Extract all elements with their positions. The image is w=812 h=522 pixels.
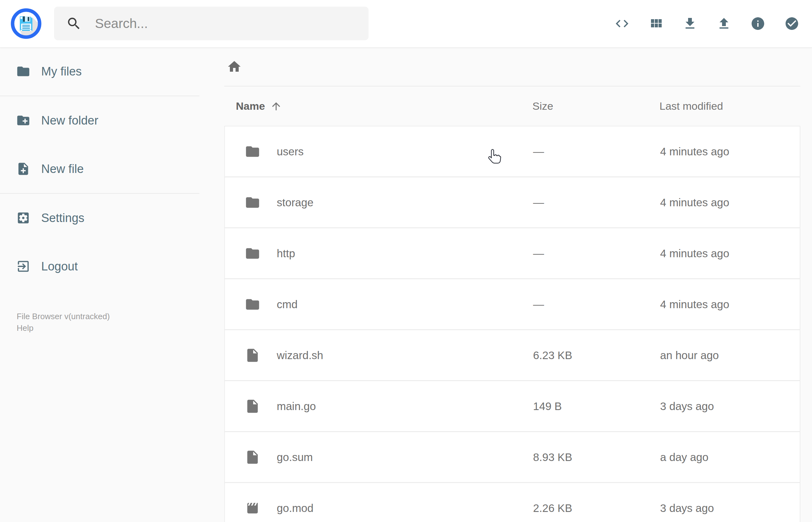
info-icon	[750, 16, 766, 31]
settings-icon	[16, 211, 31, 225]
sort-ascending-icon	[270, 100, 282, 112]
file-row[interactable]: go.mod 2.26 KB 3 days ago	[225, 483, 800, 522]
folder-icon	[245, 195, 260, 210]
file-modified: an hour ago	[660, 330, 719, 380]
sidebar-item-label: My files	[41, 65, 82, 78]
file-icon	[245, 398, 260, 414]
sidebar-item-settings[interactable]: Settings	[0, 194, 199, 242]
file-row[interactable]: go.sum 8.93 KB a day ago	[225, 432, 800, 483]
sidebar-item-new-folder[interactable]: New folder	[0, 96, 199, 145]
file-rows: users — 4 minutes ago storage — 4 minute…	[224, 126, 800, 522]
info-button[interactable]	[750, 16, 766, 31]
file-name: main.go	[277, 381, 316, 431]
sidebar-item-new-file[interactable]: New file	[0, 145, 199, 193]
file-name: go.sum	[277, 432, 313, 482]
column-header-modified[interactable]: Last modified	[659, 86, 723, 126]
select-multiple-button[interactable]	[784, 16, 799, 31]
sidebar-item-logout[interactable]: Logout	[0, 242, 199, 290]
file-listing: Name Size Last modified users — 4 minute…	[224, 47, 800, 522]
file-modified: 4 minutes ago	[660, 126, 729, 176]
search-icon	[66, 16, 82, 32]
file-name: http	[277, 228, 295, 278]
file-size: 6.23 KB	[533, 330, 572, 380]
folder-icon	[16, 64, 31, 79]
file-modified: 4 minutes ago	[660, 228, 729, 278]
breadcrumb	[224, 47, 800, 86]
file-size: 8.93 KB	[533, 432, 572, 482]
file-size: —	[533, 126, 544, 176]
raw-view-button[interactable]	[614, 16, 630, 31]
sidebar-item-label: New folder	[41, 114, 98, 127]
file-row[interactable]: storage — 4 minutes ago	[225, 177, 800, 228]
new-file-icon	[16, 162, 31, 176]
file-size: —	[533, 228, 544, 278]
file-name: go.mod	[277, 483, 313, 522]
file-icon	[245, 347, 260, 363]
logout-icon	[16, 259, 31, 274]
file-row[interactable]: cmd — 4 minutes ago	[225, 279, 800, 330]
movie-icon	[245, 500, 260, 516]
file-name: storage	[277, 177, 313, 227]
file-size: —	[533, 279, 544, 329]
floppy-disk-logo-icon	[11, 8, 42, 39]
upload-button[interactable]	[716, 16, 731, 31]
file-size: 149 B	[533, 381, 562, 431]
grid-view-icon	[648, 16, 664, 31]
sidebar-footer: File Browser v(untracked) Help	[17, 311, 110, 334]
code-icon	[614, 16, 630, 31]
sidebar-item-label: Logout	[41, 260, 78, 273]
folder-icon	[245, 297, 260, 312]
header: Search...	[0, 0, 812, 47]
file-modified: 4 minutes ago	[660, 177, 729, 227]
file-size: —	[533, 177, 544, 227]
new-folder-icon	[16, 113, 31, 128]
check-circle-icon	[784, 16, 799, 31]
sidebar-item-label: New file	[41, 162, 84, 176]
column-header-size[interactable]: Size	[532, 86, 553, 126]
file-icon	[245, 449, 260, 465]
switch-view-button[interactable]	[648, 16, 664, 31]
file-modified: 3 days ago	[660, 381, 714, 431]
file-modified: 3 days ago	[660, 483, 714, 522]
download-button[interactable]	[683, 16, 697, 31]
version-text: File Browser v(untracked)	[17, 312, 110, 321]
breadcrumb-home-button[interactable]	[227, 59, 242, 74]
file-modified: a day ago	[660, 432, 709, 482]
sidebar-item-label: Settings	[41, 211, 84, 225]
file-row[interactable]: wizard.sh 6.23 KB an hour ago	[225, 330, 800, 381]
sidebar: My files New folder New file Settings Lo…	[0, 47, 199, 522]
sidebar-item-my-files[interactable]: My files	[0, 47, 199, 96]
folder-icon	[245, 246, 260, 261]
file-row[interactable]: http — 4 minutes ago	[225, 228, 800, 279]
file-name: users	[277, 126, 304, 176]
column-header-name[interactable]: Name	[236, 86, 282, 126]
header-toolbar	[614, 0, 799, 47]
file-row[interactable]: users — 4 minutes ago	[225, 126, 800, 177]
file-size: 2.26 KB	[533, 483, 572, 522]
app-logo[interactable]	[11, 8, 42, 39]
file-name: cmd	[277, 279, 298, 329]
search-bar[interactable]: Search...	[54, 6, 369, 40]
help-link[interactable]: Help	[17, 322, 33, 334]
file-modified: 4 minutes ago	[660, 279, 729, 329]
search-placeholder: Search...	[95, 16, 148, 31]
file-name: wizard.sh	[277, 330, 323, 380]
folder-icon	[245, 144, 260, 159]
download-icon	[683, 16, 697, 31]
upload-icon	[716, 16, 731, 31]
table-header: Name Size Last modified	[224, 86, 800, 126]
file-row[interactable]: main.go 149 B 3 days ago	[225, 381, 800, 432]
home-icon	[227, 59, 242, 74]
